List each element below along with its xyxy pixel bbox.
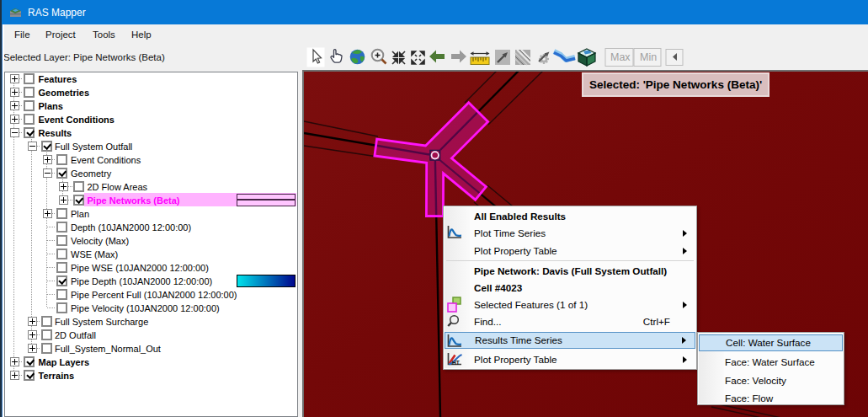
svg-text:Min: Min: [640, 51, 657, 63]
svg-text:HT: HT: [452, 360, 460, 366]
svg-text:Max: Max: [610, 51, 631, 63]
